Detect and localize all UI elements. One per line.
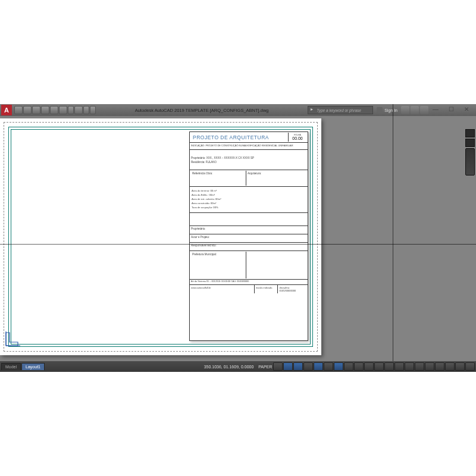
- modelspace-toggle[interactable]: [273, 362, 283, 371]
- area-terreno: Área do terreno: 00 m²: [192, 189, 306, 193]
- architecture-label: Arquitetura:: [246, 171, 306, 186]
- tab-layout1[interactable]: Layout1: [21, 363, 45, 370]
- resp-tecnico-sig: Responsável técnico:: [190, 243, 308, 251]
- owner-line2: Residência: FULANO: [191, 160, 306, 164]
- saveas-button[interactable]: [41, 106, 49, 114]
- plot-button[interactable]: [50, 106, 58, 114]
- hardware-accel-toggle[interactable]: [435, 362, 444, 371]
- close-button[interactable]: ✕: [459, 106, 474, 114]
- new-button[interactable]: [14, 106, 23, 114]
- user-icon: [377, 107, 383, 113]
- units-button[interactable]: [415, 362, 424, 371]
- transparency-toggle[interactable]: [354, 362, 364, 371]
- quickprops-toggle[interactable]: [425, 362, 434, 371]
- workspace-button[interactable]: [394, 362, 404, 371]
- osnap-toggle[interactable]: [334, 362, 343, 371]
- project-title: PROJETO DE ARQUITETURA: [191, 133, 289, 142]
- exchange-icon[interactable]: [401, 106, 409, 114]
- art-line: Art do Sistema 01 – 0012013: 00:00:00 CA…: [190, 280, 308, 285]
- sheet-number-cell: FOLHA 00.00: [289, 133, 306, 142]
- search-placeholder: Type a keyword or phrase: [315, 108, 361, 112]
- prefeitura-blank: [246, 252, 306, 278]
- paper-sheet: PROJETO DE ARQUITETURA FOLHA 00.00 INDIC…: [0, 118, 321, 355]
- selection-cycling-toggle[interactable]: [364, 362, 374, 371]
- status-bar: Model Layout1 350.1036, 01.1609, 0.0000 …: [0, 361, 476, 372]
- cleanscreen-button[interactable]: [455, 362, 465, 371]
- area-construida: Área construída: 00m²: [192, 201, 306, 205]
- disciplina-cell: disciplina: 0105/00000000: [278, 285, 308, 293]
- isodraft-toggle[interactable]: [324, 362, 333, 371]
- area-edific: Área da Edific.: 00m²: [192, 193, 306, 197]
- area-coberta: Área de ext. coberta: 00m²: [192, 197, 306, 201]
- status-coords: 350.1036, 01.1609, 0.0000 PAPER: [204, 365, 273, 369]
- svg-marker-0: [6, 333, 18, 346]
- title-block: PROJETO DE ARQUITETURA FOLHA 00.00 INDIC…: [189, 131, 308, 341]
- minimize-button[interactable]: —: [428, 106, 443, 114]
- isolate-button[interactable]: [445, 362, 455, 371]
- autocad-window: A Autodesk AutoCAD 2019 TEMPLATE [ARQ_CO…: [0, 104, 476, 372]
- redo-dropdown[interactable]: [83, 106, 89, 114]
- polar-toggle[interactable]: [314, 362, 323, 371]
- nav-wheel-icon[interactable]: [465, 148, 475, 176]
- maximize-button[interactable]: ☐: [444, 106, 458, 114]
- open-button[interactable]: [23, 106, 32, 114]
- annotation-toggle[interactable]: [374, 362, 384, 371]
- drawing-canvas[interactable]: PROJETO DE ARQUITETURA FOLHA 00.00 INDIC…: [0, 116, 476, 361]
- help-search[interactable]: ▸ Type a keyword or phrase: [308, 106, 373, 114]
- signin-label: Sign In: [384, 108, 397, 112]
- owner-info: Proprietário: XXX., XXXX – XXXXXX-X CX X…: [190, 155, 308, 170]
- annoscale-toggle[interactable]: [384, 362, 394, 371]
- undo-dropdown[interactable]: [68, 106, 74, 114]
- help-icon[interactable]: [420, 106, 428, 114]
- escala-cell: escala indicada: [255, 285, 278, 293]
- grid-toggle[interactable]: [283, 362, 293, 371]
- nav-min-icon[interactable]: [465, 129, 475, 137]
- areas-block: Área do terreno: 00 m² Área da Edific.: …: [190, 187, 308, 213]
- autor-sig: Autor e Projeto:: [190, 234, 308, 243]
- search-icon: ▸: [308, 107, 315, 114]
- infocenter: [401, 106, 428, 114]
- owner-line1: Proprietário: XXX., XXXX – XXXXXX-X CX X…: [191, 156, 306, 160]
- window-controls: — ☐ ✕: [428, 106, 474, 114]
- quick-access-toolbar: [14, 106, 96, 114]
- tab-model[interactable]: Model: [1, 363, 21, 370]
- window-title: Autodesk AutoCAD 2019 TEMPLATE [ARQ_CONF…: [96, 108, 308, 113]
- layout-tabs: Model Layout1: [1, 363, 45, 370]
- undo-button[interactable]: [59, 106, 67, 114]
- save-button[interactable]: [32, 106, 40, 114]
- project-description: INDICAÇÃO: PROJETO DE CONSTRUÇÃO NUMA ED…: [190, 143, 308, 150]
- annotation-monitor[interactable]: [405, 362, 414, 371]
- redo-button[interactable]: [74, 106, 83, 114]
- status-toggles: [273, 362, 475, 371]
- lineweight-toggle[interactable]: [344, 362, 353, 371]
- proprietario-sig: Proprietário:: [190, 226, 308, 234]
- title-bar: A Autodesk AutoCAD 2019 TEMPLATE [ARQ_CO…: [0, 104, 476, 116]
- website: www.autocadfull.br: [190, 285, 255, 293]
- nav-full-icon[interactable]: [465, 139, 475, 147]
- signin-area[interactable]: Sign In: [377, 107, 397, 113]
- reference-label: Referência Obra:: [191, 171, 246, 186]
- prefeitura-label: Prefeitura Municipal:: [191, 252, 246, 278]
- ucs-icon[interactable]: [5, 329, 23, 347]
- navigation-bar: [465, 129, 475, 176]
- qat-customize[interactable]: [90, 106, 96, 114]
- taxa-ocupacao: Taxa de ocupação: 00%: [192, 205, 306, 209]
- ortho-toggle[interactable]: [303, 362, 313, 371]
- app-logo[interactable]: A: [1, 105, 12, 115]
- sheet-number: 00.00: [292, 136, 303, 140]
- snap-toggle[interactable]: [293, 362, 303, 371]
- customize-button[interactable]: [465, 362, 475, 371]
- stayconnected-icon[interactable]: [411, 106, 419, 114]
